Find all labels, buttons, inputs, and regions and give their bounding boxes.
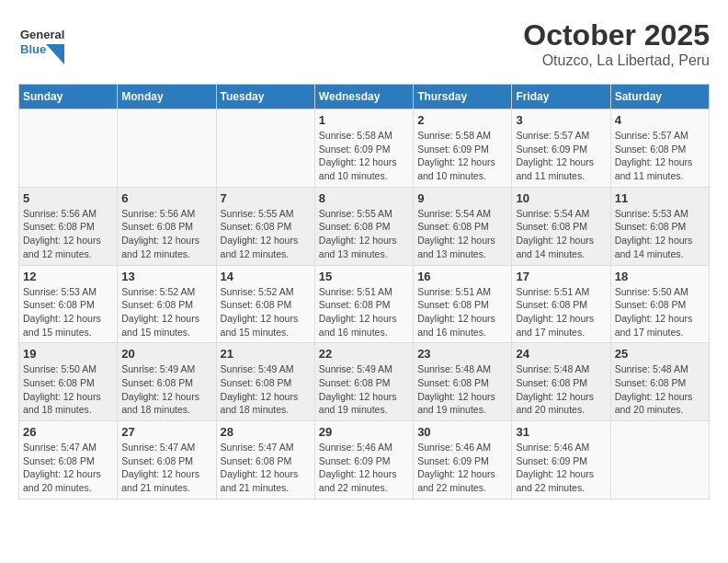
calendar-cell: 20Sunrise: 5:49 AMSunset: 6:08 PMDayligh… (118, 343, 216, 421)
day-info: Sunrise: 5:57 AMSunset: 6:08 PMDaylight:… (615, 129, 705, 183)
day-info: Sunrise: 5:52 AMSunset: 6:08 PMDaylight:… (121, 285, 211, 339)
calendar-cell: 1Sunrise: 5:58 AMSunset: 6:09 PMDaylight… (314, 109, 413, 188)
day-number: 25 (615, 347, 705, 361)
day-info: Sunrise: 5:54 AMSunset: 6:08 PMDaylight:… (417, 207, 507, 261)
page-subtitle: Otuzco, La Libertad, Peru (523, 52, 710, 69)
col-header-tuesday: Tuesday (216, 85, 314, 109)
week-row-3: 12Sunrise: 5:53 AMSunset: 6:08 PMDayligh… (19, 265, 710, 343)
calendar-cell: 21Sunrise: 5:49 AMSunset: 6:08 PMDayligh… (216, 343, 314, 421)
day-info: Sunrise: 5:51 AMSunset: 6:08 PMDaylight:… (319, 285, 409, 339)
day-number: 16 (417, 270, 507, 283)
day-number: 9 (417, 191, 507, 205)
day-number: 5 (23, 191, 113, 205)
day-number: 13 (121, 270, 211, 283)
calendar-cell: 31Sunrise: 5:46 AMSunset: 6:09 PMDayligh… (512, 421, 610, 500)
week-row-4: 19Sunrise: 5:50 AMSunset: 6:08 PMDayligh… (19, 343, 710, 421)
day-info: Sunrise: 5:53 AMSunset: 6:08 PMDaylight:… (23, 285, 113, 339)
page-title: October 2025 (523, 18, 710, 52)
day-number: 21 (221, 347, 311, 361)
day-number: 20 (121, 347, 211, 361)
calendar-cell: 26Sunrise: 5:47 AMSunset: 6:08 PMDayligh… (19, 421, 118, 500)
day-number: 19 (23, 347, 113, 361)
calendar-cell (118, 109, 216, 188)
day-number: 22 (319, 347, 409, 361)
calendar-cell: 22Sunrise: 5:49 AMSunset: 6:08 PMDayligh… (314, 343, 413, 421)
calendar-cell: 13Sunrise: 5:52 AMSunset: 6:08 PMDayligh… (118, 265, 216, 343)
title-block: October 2025 Otuzco, La Libertad, Peru (523, 18, 710, 69)
calendar-cell (610, 421, 709, 500)
calendar-cell: 8Sunrise: 5:55 AMSunset: 6:08 PMDaylight… (314, 187, 413, 265)
col-header-sunday: Sunday (19, 85, 118, 109)
day-info: Sunrise: 5:58 AMSunset: 6:09 PMDaylight:… (319, 129, 409, 183)
week-row-2: 5Sunrise: 5:56 AMSunset: 6:08 PMDaylight… (19, 187, 710, 265)
day-number: 26 (23, 425, 113, 439)
day-info: Sunrise: 5:46 AMSunset: 6:09 PMDaylight:… (516, 441, 606, 495)
calendar-cell: 4Sunrise: 5:57 AMSunset: 6:08 PMDaylight… (610, 109, 709, 188)
calendar-cell: 28Sunrise: 5:47 AMSunset: 6:08 PMDayligh… (216, 421, 314, 500)
day-info: Sunrise: 5:54 AMSunset: 6:08 PMDaylight:… (516, 207, 606, 261)
calendar-cell: 11Sunrise: 5:53 AMSunset: 6:08 PMDayligh… (610, 187, 709, 265)
day-info: Sunrise: 5:53 AMSunset: 6:08 PMDaylight:… (615, 207, 705, 261)
day-info: Sunrise: 5:46 AMSunset: 6:09 PMDaylight:… (319, 441, 409, 495)
calendar-cell: 24Sunrise: 5:48 AMSunset: 6:08 PMDayligh… (512, 343, 610, 421)
day-info: Sunrise: 5:50 AMSunset: 6:08 PMDaylight:… (23, 362, 113, 417)
day-number: 6 (121, 191, 211, 205)
svg-marker-2 (46, 44, 64, 64)
calendar-cell (216, 109, 314, 188)
col-header-monday: Monday (118, 85, 216, 109)
calendar-cell: 9Sunrise: 5:54 AMSunset: 6:08 PMDaylight… (414, 187, 512, 265)
day-number: 15 (319, 270, 409, 283)
day-number: 29 (319, 425, 409, 439)
day-number: 2 (417, 113, 507, 127)
day-number: 1 (319, 113, 409, 127)
day-number: 23 (417, 347, 507, 361)
day-info: Sunrise: 5:55 AMSunset: 6:08 PMDaylight:… (221, 207, 311, 261)
week-row-1: 1Sunrise: 5:58 AMSunset: 6:09 PMDaylight… (19, 109, 710, 188)
day-info: Sunrise: 5:48 AMSunset: 6:08 PMDaylight:… (516, 362, 606, 417)
col-header-thursday: Thursday (414, 85, 512, 109)
day-info: Sunrise: 5:49 AMSunset: 6:08 PMDaylight:… (121, 362, 211, 417)
calendar-cell: 27Sunrise: 5:47 AMSunset: 6:08 PMDayligh… (118, 421, 216, 500)
calendar-cell: 29Sunrise: 5:46 AMSunset: 6:09 PMDayligh… (314, 421, 413, 500)
day-number: 10 (516, 191, 606, 205)
day-info: Sunrise: 5:47 AMSunset: 6:08 PMDaylight:… (23, 441, 113, 495)
col-header-friday: Friday (512, 85, 610, 109)
day-info: Sunrise: 5:47 AMSunset: 6:08 PMDaylight:… (221, 441, 311, 495)
calendar-cell (19, 109, 118, 188)
day-number: 11 (615, 191, 705, 205)
day-info: Sunrise: 5:57 AMSunset: 6:09 PMDaylight:… (516, 129, 606, 183)
calendar-cell: 30Sunrise: 5:46 AMSunset: 6:09 PMDayligh… (414, 421, 512, 500)
calendar-cell: 10Sunrise: 5:54 AMSunset: 6:08 PMDayligh… (512, 187, 610, 265)
day-info: Sunrise: 5:52 AMSunset: 6:08 PMDaylight:… (221, 285, 311, 339)
day-info: Sunrise: 5:51 AMSunset: 6:08 PMDaylight:… (417, 285, 507, 339)
day-number: 3 (516, 113, 606, 127)
calendar-cell: 14Sunrise: 5:52 AMSunset: 6:08 PMDayligh… (216, 265, 314, 343)
day-number: 28 (221, 425, 311, 439)
calendar-cell: 2Sunrise: 5:58 AMSunset: 6:09 PMDaylight… (414, 109, 512, 188)
calendar-cell: 23Sunrise: 5:48 AMSunset: 6:08 PMDayligh… (414, 343, 512, 421)
logo-icon: General Blue (18, 18, 64, 64)
day-info: Sunrise: 5:49 AMSunset: 6:08 PMDaylight:… (319, 362, 409, 417)
day-info: Sunrise: 5:56 AMSunset: 6:08 PMDaylight:… (23, 207, 113, 261)
calendar-cell: 6Sunrise: 5:56 AMSunset: 6:08 PMDaylight… (118, 187, 216, 265)
day-info: Sunrise: 5:48 AMSunset: 6:08 PMDaylight:… (417, 362, 507, 417)
calendar-cell: 16Sunrise: 5:51 AMSunset: 6:08 PMDayligh… (414, 265, 512, 343)
page-header: General Blue October 2025 Otuzco, La Lib… (18, 18, 710, 69)
day-info: Sunrise: 5:58 AMSunset: 6:09 PMDaylight:… (417, 129, 507, 183)
day-info: Sunrise: 5:56 AMSunset: 6:08 PMDaylight:… (121, 207, 211, 261)
calendar-cell: 17Sunrise: 5:51 AMSunset: 6:08 PMDayligh… (512, 265, 610, 343)
calendar-cell: 12Sunrise: 5:53 AMSunset: 6:08 PMDayligh… (19, 265, 118, 343)
day-number: 24 (516, 347, 606, 361)
day-number: 8 (319, 191, 409, 205)
logo: General Blue (18, 18, 64, 64)
col-header-saturday: Saturday (610, 85, 709, 109)
calendar-cell: 19Sunrise: 5:50 AMSunset: 6:08 PMDayligh… (19, 343, 118, 421)
day-info: Sunrise: 5:48 AMSunset: 6:08 PMDaylight:… (615, 362, 705, 417)
calendar-header-row: SundayMondayTuesdayWednesdayThursdayFrid… (19, 85, 710, 109)
day-info: Sunrise: 5:46 AMSunset: 6:09 PMDaylight:… (417, 441, 507, 495)
calendar-cell: 18Sunrise: 5:50 AMSunset: 6:08 PMDayligh… (610, 265, 709, 343)
day-info: Sunrise: 5:51 AMSunset: 6:08 PMDaylight:… (516, 285, 606, 339)
calendar-cell: 7Sunrise: 5:55 AMSunset: 6:08 PMDaylight… (216, 187, 314, 265)
day-number: 12 (23, 270, 113, 283)
day-number: 27 (121, 425, 211, 439)
